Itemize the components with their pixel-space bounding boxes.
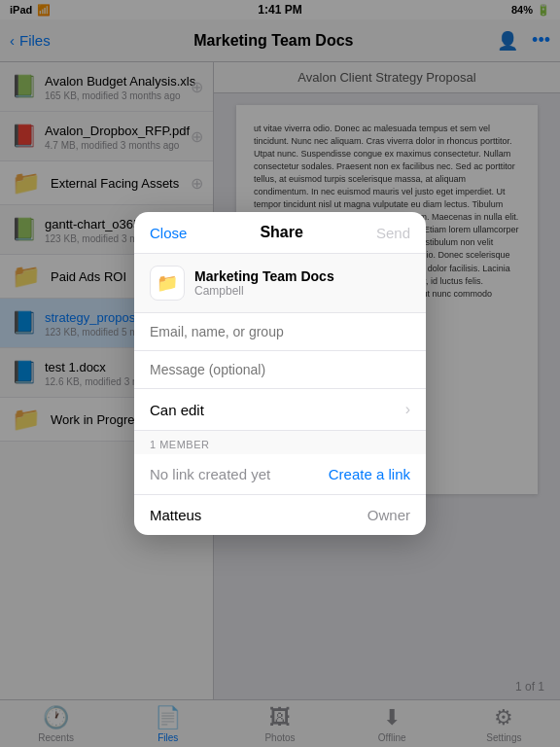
- permission-row[interactable]: Can edit ›: [134, 389, 426, 431]
- app-info: Marketing Team Docs Campbell: [194, 268, 334, 298]
- member-name: Matteus: [150, 507, 201, 523]
- close-button[interactable]: Close: [150, 225, 187, 241]
- send-button[interactable]: Send: [376, 225, 410, 241]
- link-row: No link created yet Create a link: [134, 454, 426, 495]
- link-label: No link created yet: [150, 466, 270, 482]
- member-row: Matteus Owner: [134, 495, 426, 535]
- section-header: 1 MEMBER: [134, 431, 426, 454]
- message-input-row: [134, 351, 426, 389]
- app-name: Marketing Team Docs: [194, 268, 334, 284]
- modal-header: Close Share Send: [134, 212, 426, 254]
- app-subtitle: Campbell: [194, 284, 334, 298]
- share-overlay: Close Share Send 📁 Marketing Team Docs C…: [0, 0, 560, 747]
- email-input-row: [134, 313, 426, 351]
- chevron-right-icon: ›: [405, 401, 410, 418]
- member-role: Owner: [368, 507, 410, 523]
- permission-label: Can edit: [150, 402, 204, 418]
- modal-title: Share: [260, 224, 302, 241]
- email-input[interactable]: [150, 324, 410, 339]
- app-icon: 📁: [150, 266, 185, 301]
- message-input[interactable]: [150, 362, 410, 377]
- share-app-row: 📁 Marketing Team Docs Campbell: [134, 254, 426, 313]
- share-modal: Close Share Send 📁 Marketing Team Docs C…: [134, 212, 426, 535]
- create-link-button[interactable]: Create a link: [329, 466, 410, 482]
